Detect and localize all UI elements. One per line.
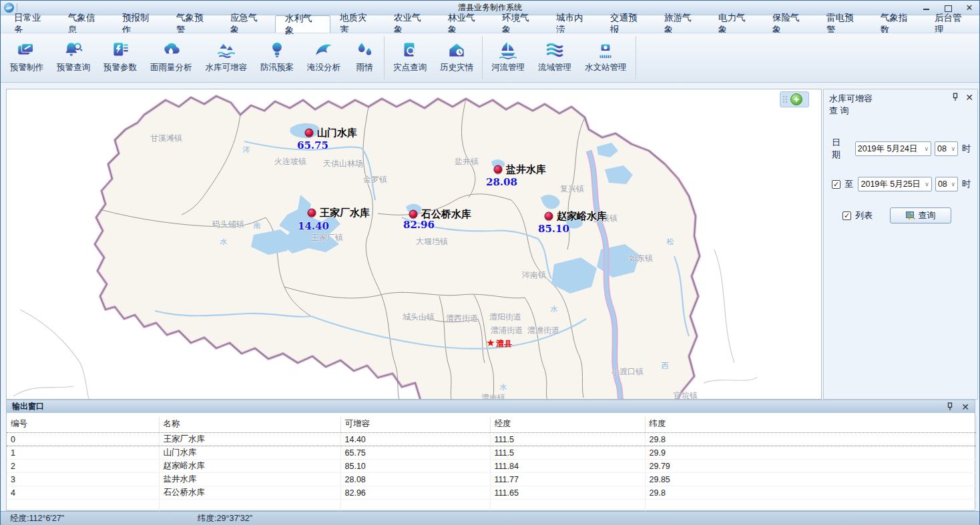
town-label: 码头铺镇: [212, 219, 244, 230]
tool-disaster-point-query[interactable]: 灾点查询: [387, 33, 433, 82]
menu-power[interactable]: 电力气象: [709, 15, 763, 33]
menu-traffic[interactable]: 交通预报: [601, 15, 655, 33]
table-row[interactable]: 1山门水库65.75111.529.9: [7, 446, 976, 460]
minimize-button[interactable]: [922, 4, 931, 12]
tool-warning-params[interactable]: 预警参数: [97, 33, 144, 82]
drag-grip-icon[interactable]: [783, 96, 788, 103]
town-label: 大堰垱镇: [416, 236, 448, 247]
map-canvas[interactable]: 甘溪滩镇 火连坡镇 天供山林场 金罗镇 盐井镇 复兴镇 梦溪镇 码头铺镇 王家厂…: [6, 89, 822, 400]
close-button[interactable]: ✕: [965, 4, 974, 12]
reservoir-marker-wangjiachang[interactable]: [308, 209, 316, 217]
chevron-down-icon: ∨: [947, 181, 955, 187]
town-label: 澧浦街道: [491, 325, 523, 336]
menu-weather-info[interactable]: 气象信息: [59, 15, 113, 33]
menu-urban-flood[interactable]: 城市内涝: [547, 15, 601, 33]
town-label: 复兴镇: [560, 183, 584, 195]
tool-disaster-history[interactable]: 历史灾情: [433, 33, 480, 82]
tool-basin-manage[interactable]: 流域管理: [531, 33, 578, 82]
hour-unit-label: 时: [962, 178, 971, 190]
chevron-down-icon: ∨: [947, 145, 955, 152]
menu-insurance[interactable]: 保险气象: [763, 15, 817, 33]
map-zoom-control: +: [780, 91, 809, 107]
panel-title: 水库可增容: [829, 93, 972, 105]
hour-to-select[interactable]: 08 ∨: [935, 177, 958, 191]
disaster-history-icon: [446, 41, 467, 59]
table-row[interactable]: 3盐井水库28.08111.7729.85: [7, 473, 976, 486]
status-bar: 经度:112°6'27" 纬度:29°37'32": [1, 511, 979, 525]
date-from-picker[interactable]: 2019年 5月24日 ∨: [855, 141, 931, 156]
table-row[interactable]: 2赵家峪水库85.10111.8429.79: [7, 460, 976, 473]
col-header-longitude: 经度: [490, 417, 645, 433]
date-label: 日 期: [832, 137, 855, 161]
river-label: 西: [662, 361, 669, 371]
menu-emergency[interactable]: 应急气象: [221, 15, 275, 33]
panel-close-icon[interactable]: ✕: [965, 93, 973, 101]
table-empty-row: [7, 500, 976, 510]
menu-hydrology-selected[interactable]: 水利气象: [275, 15, 330, 33]
areal-rain-icon: [160, 41, 182, 59]
date-to-value: 2019年 5月25日: [861, 179, 921, 190]
table-row[interactable]: 0王家厂水库14.40111.529.8: [7, 433, 976, 446]
reservoir-marker-shigongqiao[interactable]: [409, 210, 418, 219]
query-button[interactable]: 查询: [890, 207, 951, 223]
tool-river-manage[interactable]: 河流管理: [485, 33, 531, 82]
reservoir-marker-zhaojiayu[interactable]: [545, 212, 553, 221]
tool-inundation[interactable]: 淹没分析: [300, 33, 347, 82]
warning-params-icon: [109, 41, 131, 59]
menu-forestry[interactable]: 林业气象: [439, 15, 493, 33]
menu-weather-warning[interactable]: 气象预警: [167, 15, 221, 33]
menu-agriculture[interactable]: 农业气象: [385, 15, 439, 33]
pin-icon[interactable]: [952, 93, 959, 101]
menu-forecast-make[interactable]: 预报制作: [113, 15, 167, 33]
tool-warning-query[interactable]: 预警查询: [50, 33, 97, 82]
menu-admin[interactable]: 后台管理: [925, 15, 979, 33]
reservoir-name: 盐井水库: [506, 163, 546, 176]
reservoir-value: 14.40: [298, 220, 329, 232]
list-checkbox[interactable]: ✓: [842, 211, 851, 220]
toolbar-group-disaster: 灾点查询 历史灾情: [387, 33, 480, 82]
reservoir-marker-yanjing[interactable]: [494, 165, 503, 174]
status-latitude: 纬度:29°37'32": [198, 513, 252, 524]
maximize-button[interactable]: [943, 4, 953, 12]
menu-weather-index[interactable]: 气象指数: [871, 15, 925, 33]
tool-areal-rain[interactable]: 面雨量分析: [144, 33, 199, 82]
river-label: 松: [667, 237, 674, 247]
town-label: 澧澹街道: [527, 325, 559, 336]
tool-warning-make[interactable]: 预警制作: [3, 33, 50, 82]
tool-hydrostation-manage[interactable]: 水文站管理: [578, 33, 634, 82]
reservoir-marker-shanmen[interactable]: [305, 129, 314, 137]
reservoir-value: 65.75: [297, 139, 328, 151]
date-to-picker[interactable]: 2019年 5月25日 ∨: [858, 177, 931, 191]
menu-tourism[interactable]: 旅游气象: [655, 15, 709, 33]
table-row[interactable]: 4石公桥水库82.96111.6529.8: [7, 486, 976, 500]
town-label: 城头山镇: [403, 312, 435, 323]
hour-unit-label: 时: [962, 143, 971, 155]
date-to-row: ✓ 至 2019年 5月25日 ∨ 08 ∨ 时: [832, 177, 971, 191]
disaster-point-query-icon: [399, 41, 421, 59]
menu-geology[interactable]: 地质灾害: [330, 15, 385, 33]
zoom-in-button[interactable]: +: [790, 93, 802, 105]
menu-lightning[interactable]: 雷电预警: [817, 15, 871, 33]
tool-reservoir-capacity[interactable]: 水库可增容: [199, 33, 254, 82]
reservoir-capacity-icon: [216, 41, 237, 59]
river-label: 水: [500, 382, 507, 392]
tool-flood-plan[interactable]: 防汛预案: [254, 33, 300, 82]
tool-rain-condition[interactable]: 雨情: [347, 33, 382, 82]
hour-from-select[interactable]: 08 ∨: [935, 141, 958, 156]
output-close-icon[interactable]: ✕: [961, 403, 969, 411]
output-window-titlebar: 输出窗口 ✕: [7, 400, 975, 413]
menu-daily[interactable]: 日常业务: [5, 15, 59, 33]
to-checkbox[interactable]: ✓: [832, 180, 840, 189]
reservoir-name: 赵家峪水库: [557, 210, 607, 223]
col-header-name: 名称: [159, 417, 340, 433]
county-star-icon: ★: [486, 337, 495, 349]
warning-query-icon: [63, 41, 84, 59]
reservoir-value: 28.08: [486, 176, 517, 188]
reservoir-name: 王家厂水库: [320, 207, 370, 219]
status-longitude: 经度:112°6'27": [10, 513, 64, 524]
town-label: 甘溪滩镇: [150, 133, 182, 144]
reservoir-query-panel: 水库可增容 查 询 ✕ 日 期 2019年 5月24日 ∨ 08 ∨: [823, 89, 978, 400]
menu-environment[interactable]: 环境气象: [493, 15, 547, 33]
output-table: 编号 名称 可增容 经度 纬度 0王家厂水库14.40111.529.8 1山门…: [7, 417, 977, 525]
pin-icon[interactable]: [947, 402, 953, 411]
